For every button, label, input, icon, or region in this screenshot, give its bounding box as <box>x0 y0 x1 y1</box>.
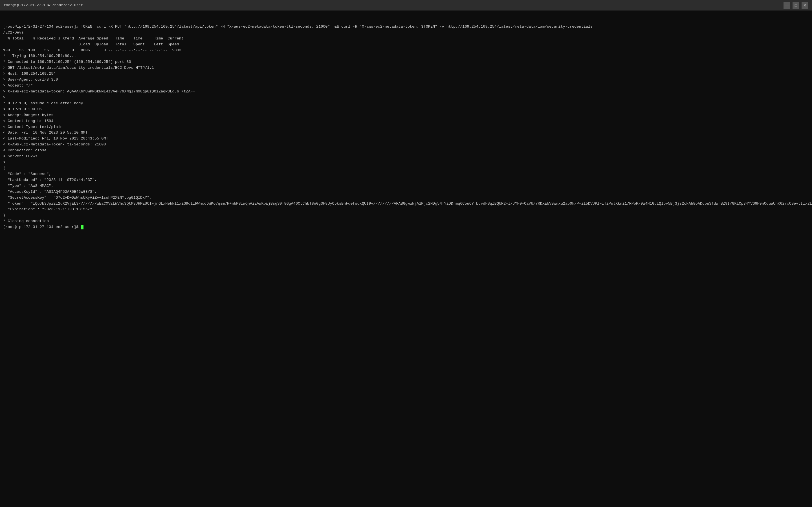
terminal-line: * Trying 169.254.169.254:80... <box>3 53 809 59</box>
titlebar: root@ip-172-31-27-104:/home/ec2-user — □… <box>0 0 812 10</box>
terminal-line: > GET /latest/meta-data/iam/security-cre… <box>3 65 809 71</box>
terminal-line: "AccessKeyId" : "ASIAQ4F52AR6E46WG3YS", <box>3 189 809 195</box>
terminal-line: < HTTP/1.0 200 OK <box>3 107 809 112</box>
maximize-button[interactable]: □ <box>793 2 799 9</box>
terminal-line: [root@ip-172-31-27-104 ec2-user]# TOKEN=… <box>3 24 809 30</box>
terminal-line: < Content-Length: 1594 <box>3 118 809 124</box>
terminal-line: % Total % Received % Xferd Average Speed… <box>3 36 809 42</box>
terminal-line: } <box>3 213 809 218</box>
minimize-button[interactable]: — <box>783 2 790 9</box>
terminal-line: * HTTP 1.0, assume close after body <box>3 101 809 107</box>
terminal-line: > User-Agent: curl/8.3.0 <box>3 77 809 83</box>
terminal-line: "Token" : "IQoJb3Jpz2l2uX2VjEL3////////w… <box>3 201 809 207</box>
terminal-line: /EC2-Devs <box>3 30 809 36</box>
terminal-line: < Accept-Ranges: bytes <box>3 112 809 118</box>
terminal-line: "Type" : "AWS-HMAC", <box>3 183 809 189</box>
window-controls: — □ ✕ <box>783 2 808 9</box>
terminal-line: < <box>3 160 809 165</box>
terminal-output[interactable]: [root@ip-172-31-27-104 ec2-user]# TOKEN=… <box>0 10 812 507</box>
terminal-line: Dload Upload Total Spent Left Speed <box>3 42 809 48</box>
terminal-line: [root@ip-172-31-27-104 ec2-user]$ <box>3 224 809 230</box>
terminal-line: > <box>3 95 809 101</box>
terminal-line: < Last-Modified: Fri, 10 Nov 2023 20:43:… <box>3 136 809 142</box>
terminal-line: > Host: 169.254.169.254 <box>3 71 809 77</box>
terminal-line: "LastUpdated" : "2023-11-10T20:44:23Z", <box>3 177 809 183</box>
terminal-cursor <box>81 225 84 229</box>
terminal-line: > Accept: */* <box>3 83 809 89</box>
terminal-line: "Code" : "Success", <box>3 171 809 177</box>
terminal-line: < Server: EC2ws <box>3 154 809 160</box>
terminal-line: > X-aws-ec2-metadata-token: AQAAAK6rUwKM… <box>3 89 809 95</box>
terminal-line: * Closing connection <box>3 218 809 224</box>
terminal-line: < X-Aws-Ec2-Metadata-Token-Ttl-Seconds: … <box>3 142 809 148</box>
terminal-line: < Connection: close <box>3 148 809 154</box>
terminal-line: 100 56 100 56 0 0 8606 0 --:--:-- --:--:… <box>3 48 809 54</box>
close-button[interactable]: ✕ <box>802 2 808 9</box>
terminal-line: { <box>3 165 809 171</box>
terminal-line: * Connected to 169.254.169.254 (169.254.… <box>3 59 809 65</box>
terminal-line: "SecretAccessKey" : "O7c2vDwDwWnsUKyAiZv… <box>3 195 809 201</box>
terminal-line: < Content-Type: text/plain <box>3 124 809 130</box>
terminal-line: "Expiration" : "2023-11-11T03:18:55Z" <box>3 207 809 213</box>
terminal-window: root@ip-172-31-27-104:/home/ec2-user — □… <box>0 0 812 507</box>
window-title: root@ip-172-31-27-104:/home/ec2-user <box>4 3 783 7</box>
terminal-line: < Date: Fri, 10 Nov 2023 20:53:10 GMT <box>3 130 809 136</box>
